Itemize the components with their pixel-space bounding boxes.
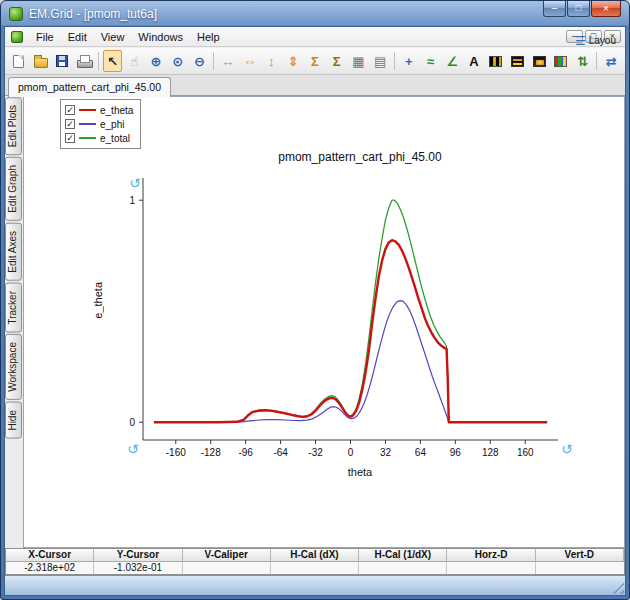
- x-tick-label: -96: [238, 447, 253, 458]
- status-header-v-caliper: V-Caliper: [183, 549, 271, 562]
- series-e_theta: [154, 240, 547, 422]
- spectrogram-button[interactable]: [529, 50, 549, 72]
- pan-hand-button[interactable]: ☝: [124, 50, 144, 72]
- legend-label: e_total: [100, 133, 130, 144]
- select-pointer-button[interactable]: ↖: [103, 50, 123, 72]
- x-tick-label: -160: [166, 447, 186, 458]
- x-tick-label: 0: [348, 447, 354, 458]
- sidebar-tab-tracker[interactable]: Tracker: [5, 283, 22, 333]
- tab-pmom-pattern[interactable]: pmom_pattern_cart_phi_45.00: [8, 77, 171, 97]
- title-bar[interactable]: EM.Grid - [pmom_tut6a] – □ ×: [1, 1, 629, 26]
- sidebar-tabs: Edit PlotsEdit GraphEdit AxesTrackerWork…: [5, 97, 23, 439]
- fit-width-button[interactable]: ↔: [218, 50, 238, 72]
- select-pointer-icon: ↖: [107, 55, 118, 68]
- autoscale-x-button[interactable]: Σ: [305, 50, 325, 72]
- x-tick-label: 128: [482, 447, 499, 458]
- waterfall-button[interactable]: [507, 50, 527, 72]
- save-icon: [56, 55, 68, 67]
- palette-button[interactable]: [551, 50, 571, 72]
- expand-y-icon: ⇕: [288, 55, 299, 68]
- axis-handle-icon[interactable]: ↺: [129, 175, 141, 191]
- legend-checkbox-e_theta[interactable]: ✓: [65, 105, 75, 115]
- expand-y-button[interactable]: ⇕: [283, 50, 303, 72]
- waterfall-icon: [511, 56, 524, 67]
- spectrogram-icon: [533, 56, 546, 67]
- zoom-in-button[interactable]: ⊕: [146, 50, 166, 72]
- axis-handle-icon[interactable]: ↺: [127, 441, 139, 457]
- y-tick-label: 0: [129, 417, 135, 428]
- close-button[interactable]: ×: [591, 1, 621, 17]
- x-tick-label: 64: [415, 447, 427, 458]
- curve-tools-button[interactable]: ≈: [421, 50, 441, 72]
- data-table-button[interactable]: ▤: [370, 50, 390, 72]
- new-document-button[interactable]: [9, 50, 29, 72]
- window-body: File Edit View Windows Help – □ × ↖☝⊕⊙⊖↔…: [4, 26, 626, 596]
- window-title: EM.Grid - [pmom_tut6a]: [29, 7, 157, 21]
- status-value-6: [536, 562, 624, 574]
- sidebar-tab-edit-axes[interactable]: Edit Axes: [5, 223, 22, 281]
- legend-checkbox-e_phi[interactable]: ✓: [65, 119, 75, 129]
- grid-toggle-button[interactable]: ▦: [349, 50, 369, 72]
- y-axis-label: e_theta: [92, 282, 104, 319]
- menu-file[interactable]: File: [29, 29, 61, 45]
- zoom-window-icon: ⊙: [172, 55, 183, 68]
- app-window: EM.Grid - [pmom_tut6a] – □ × File Edit V…: [0, 0, 630, 600]
- vert-scale-button[interactable]: ⇅: [573, 50, 593, 72]
- legend-row-e_phi[interactable]: ✓e_phi: [65, 117, 133, 131]
- zoom-out-button[interactable]: ⊖: [190, 50, 210, 72]
- minimize-button[interactable]: –: [543, 1, 566, 17]
- chart-svg[interactable]: -160-128-96-64-32032649612816001↺↺↺: [113, 172, 583, 472]
- status-value-5: [447, 562, 535, 574]
- layout-lines-icon: ☰: [575, 34, 586, 48]
- new-document-icon: [13, 55, 24, 68]
- curve-tools-icon: ≈: [427, 55, 434, 68]
- resize-grip[interactable]: [611, 581, 624, 594]
- status-header-h-cal-dx-: H-Cal (dX): [271, 549, 359, 562]
- add-marker-button[interactable]: +: [399, 50, 419, 72]
- menu-windows[interactable]: Windows: [131, 29, 190, 45]
- status-value-0: -2.318e+02: [6, 562, 94, 574]
- x-tick-label: 32: [380, 447, 392, 458]
- expand-x-button[interactable]: ⇔: [240, 50, 260, 72]
- menu-bar: File Edit View Windows Help – □ ×: [5, 27, 625, 47]
- app-icon: [9, 7, 23, 21]
- menu-edit[interactable]: Edit: [61, 29, 94, 45]
- sidebar-tab-hide[interactable]: Hide: [5, 402, 22, 439]
- maximize-button[interactable]: □: [567, 1, 590, 17]
- status-header-y-cursor: Y-Cursor: [94, 549, 182, 562]
- zoom-window-button[interactable]: ⊙: [168, 50, 188, 72]
- sidebar-tab-edit-plots[interactable]: Edit Plots: [5, 97, 22, 155]
- document-tab-strip: pmom_pattern_cart_phi_45.00: [5, 75, 625, 96]
- horz-sync-button[interactable]: ⇄: [601, 50, 621, 72]
- autoscale-x-icon: Σ: [311, 55, 319, 68]
- slope-marker-icon: ∠: [446, 55, 458, 68]
- legend-checkbox-e_total[interactable]: ✓: [65, 133, 75, 143]
- menu-help[interactable]: Help: [190, 29, 227, 45]
- status-header-h-cal-1-dx-: H-Cal (1/dX): [359, 549, 447, 562]
- plot-canvas[interactable]: ✓e_theta✓e_phi✓e_total e_theta pmom_patt…: [23, 96, 625, 548]
- slope-marker-button[interactable]: ∠: [442, 50, 462, 72]
- chart-box: pmom_pattern_cart_phi_45.00 -160-128-96-…: [113, 150, 583, 490]
- colormap-button[interactable]: [486, 50, 506, 72]
- fit-height-button[interactable]: ↕: [262, 50, 282, 72]
- zoom-in-icon: ⊕: [151, 55, 162, 68]
- legend-row-e_theta[interactable]: ✓e_theta: [65, 103, 133, 117]
- save-button[interactable]: [52, 50, 72, 72]
- layout-button[interactable]: ☰ Layou: [570, 30, 621, 51]
- autoscale-y-button[interactable]: Σ: [327, 50, 347, 72]
- layout-label: Layou: [589, 35, 616, 46]
- sidebar-tab-workspace[interactable]: Workspace: [5, 334, 22, 400]
- menu-view[interactable]: View: [94, 29, 132, 45]
- print-button[interactable]: [74, 50, 94, 72]
- x-tick-label: 160: [517, 447, 534, 458]
- expand-x-icon: ⇔: [243, 55, 256, 68]
- legend-line-swatch: [79, 123, 96, 125]
- legend-row-e_total[interactable]: ✓e_total: [65, 131, 133, 145]
- open-folder-button[interactable]: [31, 50, 51, 72]
- text-annotation-icon: A: [469, 55, 478, 68]
- axis-handle-icon[interactable]: ↺: [561, 441, 573, 457]
- legend-label: e_theta: [100, 105, 133, 116]
- text-annotation-button[interactable]: A: [464, 50, 484, 72]
- sidebar-tab-edit-graph[interactable]: Edit Graph: [5, 157, 22, 221]
- toolbar-separator: [213, 52, 214, 70]
